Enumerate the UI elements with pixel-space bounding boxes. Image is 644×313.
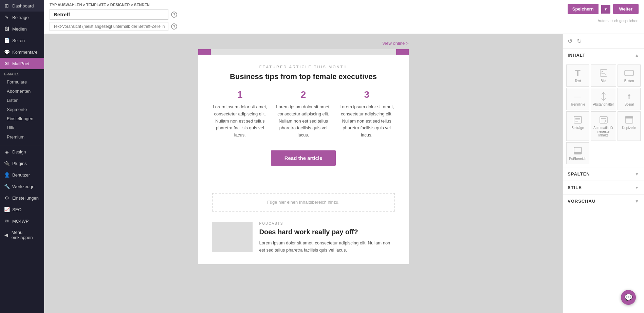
block-kopfzeile[interactable]: Kopfzeile xyxy=(618,111,641,141)
sidebar-item-plugins[interactable]: 🔌 Plugins xyxy=(0,158,44,169)
weiter-button[interactable]: Weiter xyxy=(613,4,639,14)
chat-icon: 💬 xyxy=(624,293,633,301)
fussbereich-block-icon xyxy=(573,146,582,155)
sidebar-item-label: Design xyxy=(12,149,26,154)
einstellungen2-icon: ⚙ xyxy=(4,195,10,201)
text-block-label: Text xyxy=(575,79,581,83)
vorschau-header[interactable]: VORSCHAU ▼ xyxy=(563,195,644,208)
save-button[interactable]: Speichern xyxy=(568,4,599,14)
preview-input[interactable] xyxy=(50,22,168,31)
block-beitraege[interactable]: Beiträge xyxy=(566,111,589,141)
save-dropdown-button[interactable]: ▼ xyxy=(601,5,610,14)
email-header-bar xyxy=(198,49,409,55)
sidebar-item-label: Werkzeuge xyxy=(12,184,35,189)
block-fussbereich[interactable]: Fußbereich xyxy=(566,142,589,164)
block-bild[interactable]: Bild xyxy=(591,65,617,87)
sidebar-item-label: SEO xyxy=(12,207,21,212)
sidebar-item-design[interactable]: ◈ Design xyxy=(0,146,44,158)
inhalt-section: INHALT ▲ T Text Bild xyxy=(563,49,644,167)
sidebar-item-beitraege[interactable]: ✎ Beiträge xyxy=(0,12,44,23)
sidebar-item-collapse[interactable]: ◀ Menü einklappen xyxy=(0,227,44,243)
email-canvas: View online > FEATURED ARTICLE THIS MONT… xyxy=(44,34,563,313)
sidebar-item-kommentare[interactable]: 💬 Kommentare xyxy=(0,46,44,58)
block-button[interactable]: Button xyxy=(618,65,641,87)
podcast-content: PODCASTS Does hard work really pay off? … xyxy=(259,222,395,254)
redo-button[interactable]: ↻ xyxy=(577,37,582,45)
benutzer-icon: 👤 xyxy=(4,172,10,178)
sidebar-item-label: Menü einklappen xyxy=(12,230,40,240)
beitraege-icon: ✎ xyxy=(4,15,10,20)
sidebar: ⊞ Dashboard ✎ Beiträge 🖼 Medien 📄 Seiten… xyxy=(0,0,44,313)
column-2: 2 Lorem ipsum dolor sit amet, consectetu… xyxy=(275,89,332,139)
trennlinie-block-icon: — xyxy=(574,92,581,101)
add-content-placeholder[interactable]: Füge hier einen Inhaltsbereich hinzu. xyxy=(212,193,395,211)
read-article-button[interactable]: Read the article xyxy=(271,150,336,166)
block-sozial[interactable]: f Sozial xyxy=(618,88,641,110)
kopfzeile-block-icon xyxy=(625,115,633,125)
sidebar-item-dashboard[interactable]: ⊞ Dashboard xyxy=(0,0,44,12)
sidebar-item-label: Kommentare xyxy=(12,50,37,55)
sidebar-sub-einstellungen[interactable]: Einstellungen xyxy=(0,114,44,123)
inhalt-header[interactable]: INHALT ▲ xyxy=(563,49,644,62)
kopfzeile-block-label: Kopfzeile xyxy=(622,126,636,130)
sidebar-item-mc4wp[interactable]: ✉ MC4WP xyxy=(0,215,44,227)
subject-input[interactable] xyxy=(50,9,168,20)
sidebar-item-label: Benutzer xyxy=(12,172,30,178)
sidebar-item-seo[interactable]: 📈 SEO xyxy=(0,204,44,215)
spalten-header[interactable]: SPALTEN ▼ xyxy=(563,167,644,181)
sozial-block-label: Sozial xyxy=(625,103,634,106)
medien-icon: 🖼 xyxy=(4,26,10,32)
sidebar-item-benutzer[interactable]: 👤 Benutzer xyxy=(0,169,44,181)
preview-help-icon[interactable]: ? xyxy=(171,23,177,30)
undo-button[interactable]: ↺ xyxy=(568,37,573,45)
sidebar-sub-premium[interactable]: Premium xyxy=(0,132,44,142)
sidebar-item-label: Beiträge xyxy=(12,15,29,20)
subject-help-icon[interactable]: ? xyxy=(171,12,177,18)
spalten-arrow-icon: ▼ xyxy=(635,172,639,177)
email-body: FEATURED ARTICLE THIS MONTH Business tip… xyxy=(198,49,409,264)
sidebar-sub-abonnenten[interactable]: Abonnenten xyxy=(0,87,44,96)
featured-section: FEATURED ARTICLE THIS MONTH Business tip… xyxy=(198,55,409,189)
button-block-icon xyxy=(624,68,634,78)
article-title: Business tips from top female executives xyxy=(212,72,395,81)
sidebar-item-einstellungen2[interactable]: ⚙ Einstellungen xyxy=(0,192,44,204)
sidebar-sub-segmente[interactable]: Segmente xyxy=(0,105,44,114)
content-blocks-grid: T Text Bild Bu xyxy=(563,62,644,167)
stile-header[interactable]: STILE ▼ xyxy=(563,181,644,194)
sidebar-sub-listen[interactable]: Listen xyxy=(0,96,44,105)
sidebar-item-label: Plugins xyxy=(12,161,27,166)
sidebar-item-label: Seiten xyxy=(12,38,25,43)
sidebar-item-mailpoet[interactable]: ✉ MailPoet xyxy=(0,58,44,69)
block-text[interactable]: T Text xyxy=(566,65,589,87)
bild-block-icon xyxy=(600,68,608,78)
sidebar-item-label: Dashboard xyxy=(12,3,34,8)
column-3: 3 Lorem ipsum dolor sit amet, consectetu… xyxy=(338,89,395,139)
block-automatik[interactable]: Automatik für neueste Inhalte xyxy=(591,111,617,141)
werkzeuge-icon: 🔧 xyxy=(4,184,10,189)
spalten-label: SPALTEN xyxy=(568,171,590,177)
view-online-link[interactable]: View online > xyxy=(198,41,409,46)
sidebar-item-werkzeuge[interactable]: 🔧 Werkzeuge xyxy=(0,181,44,192)
top-right-actions: Speichern ▼ Weiter xyxy=(568,4,639,14)
podcast-image xyxy=(212,222,253,252)
mc4wp-icon: ✉ xyxy=(4,218,10,224)
block-abstandhalter[interactable]: Abstandhalter xyxy=(591,88,617,110)
col-number-2: 2 xyxy=(275,89,332,100)
sidebar-item-seiten[interactable]: 📄 Seiten xyxy=(0,35,44,46)
beitraege-block-icon xyxy=(573,115,582,125)
seo-icon: 📈 xyxy=(4,207,10,212)
col-number-1: 1 xyxy=(212,89,269,100)
beitraege-block-label: Beiträge xyxy=(571,126,584,130)
sidebar-sub-hilfe[interactable]: Hilfe xyxy=(0,123,44,132)
subject-row: ? xyxy=(50,9,639,20)
dashboard-icon: ⊞ xyxy=(4,3,10,8)
chat-button[interactable]: 💬 xyxy=(621,290,636,305)
spalten-section: SPALTEN ▼ xyxy=(563,167,644,181)
podcast-text: Lorem ipsum dolor sit amet, consectetur … xyxy=(259,240,395,254)
topbar: TYP AUSWÄHLEN > TEMPLATE > DESIGNER > SE… xyxy=(44,0,644,34)
sidebar-sub-formulare[interactable]: Formulare xyxy=(0,77,44,87)
block-trennlinie[interactable]: — Trennlinie xyxy=(566,88,589,110)
button-block-label: Button xyxy=(624,79,634,83)
sidebar-item-medien[interactable]: 🖼 Medien xyxy=(0,23,44,35)
collapse-icon: ◀ xyxy=(4,232,9,238)
